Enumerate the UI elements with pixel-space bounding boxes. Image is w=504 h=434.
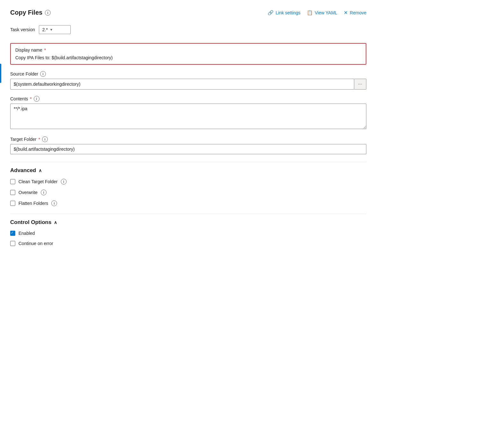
flatten-folders-info-icon[interactable]: i <box>51 200 57 206</box>
flatten-folders-row: Flatten Folders i <box>10 200 366 206</box>
advanced-divider <box>10 162 366 162</box>
continue-on-error-row: Continue on error <box>10 241 366 246</box>
yaml-icon: 📋 <box>307 10 313 16</box>
link-icon: 🔗 <box>268 10 274 16</box>
flatten-folders-label: Flatten Folders <box>18 201 48 206</box>
clean-target-folder-info-icon[interactable]: i <box>61 179 67 184</box>
contents-required: * <box>30 96 32 101</box>
source-folder-label: Source Folder i <box>10 71 366 77</box>
overwrite-info-icon[interactable]: i <box>41 190 47 195</box>
display-name-section: Display name * <box>10 43 366 65</box>
target-folder-label: Target Folder * i <box>10 136 366 142</box>
target-folder-input[interactable] <box>10 144 366 154</box>
remove-button[interactable]: ✕ Remove <box>344 10 366 16</box>
source-folder-section: Source Folder i ··· <box>10 71 366 90</box>
source-folder-row: ··· <box>10 79 366 90</box>
chevron-down-icon: ▾ <box>50 27 52 32</box>
overwrite-checkbox[interactable] <box>10 190 15 195</box>
flatten-folders-checkbox[interactable] <box>10 201 15 206</box>
control-options-divider <box>10 214 366 214</box>
source-folder-input[interactable] <box>10 79 354 90</box>
source-folder-browse-button[interactable]: ··· <box>354 79 366 90</box>
close-icon: ✕ <box>344 10 348 16</box>
contents-label: Contents * i <box>10 96 366 102</box>
control-options-collapse-icon: ∧ <box>54 220 57 225</box>
overwrite-row: Overwrite i <box>10 190 366 195</box>
display-name-input[interactable] <box>15 55 361 60</box>
source-folder-info-icon[interactable]: i <box>40 71 46 77</box>
continue-on-error-checkbox[interactable] <box>10 241 15 246</box>
contents-section: Contents * i **/*.ipa <box>10 96 366 130</box>
page-title: Copy Files <box>10 9 42 16</box>
link-settings-button[interactable]: 🔗 Link settings <box>268 10 300 16</box>
advanced-section-header[interactable]: Advanced ∧ <box>10 167 366 174</box>
page-header: Copy Files i 🔗 Link settings 📋 View YAML… <box>10 9 366 16</box>
target-folder-required: * <box>38 137 40 142</box>
control-options-section-header[interactable]: Control Options ∧ <box>10 219 366 226</box>
clean-target-folder-label: Clean Target Folder <box>18 179 58 184</box>
target-folder-section: Target Folder * i <box>10 136 366 154</box>
enabled-checkbox[interactable] <box>10 231 15 236</box>
display-name-required: * <box>44 47 46 53</box>
advanced-collapse-icon: ∧ <box>39 168 42 173</box>
enabled-row: Enabled <box>10 231 366 236</box>
contents-info-icon[interactable]: i <box>34 96 40 102</box>
clean-target-folder-row: Clean Target Folder i <box>10 179 366 184</box>
task-version-select[interactable]: 2.* ▾ <box>39 25 71 34</box>
clean-target-folder-checkbox[interactable] <box>10 179 15 184</box>
left-accent <box>0 64 1 83</box>
target-folder-info-icon[interactable]: i <box>42 136 48 142</box>
task-version-label: Task version <box>10 27 35 32</box>
overwrite-label: Overwrite <box>18 190 38 195</box>
task-version-row: Task version 2.* ▾ <box>10 25 366 34</box>
display-name-label: Display name * <box>15 47 361 53</box>
enabled-label: Enabled <box>18 231 35 236</box>
contents-textarea[interactable]: **/*.ipa <box>10 104 366 129</box>
continue-on-error-label: Continue on error <box>18 241 53 246</box>
title-info-icon[interactable]: i <box>45 10 51 16</box>
header-actions: 🔗 Link settings 📋 View YAML ✕ Remove <box>268 10 366 16</box>
view-yaml-button[interactable]: 📋 View YAML <box>307 10 337 16</box>
task-version-value: 2.* <box>42 27 48 32</box>
